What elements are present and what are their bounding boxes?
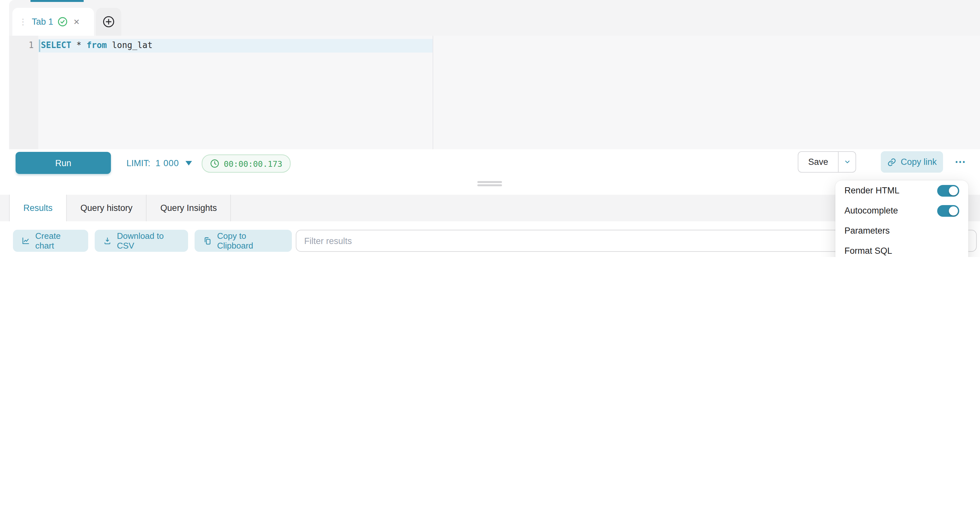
text-cursor <box>39 40 40 52</box>
copy-link-button[interactable]: Copy link <box>881 151 943 172</box>
tab-query-history[interactable]: Query history <box>67 195 147 221</box>
save-split-button: Save <box>798 151 856 172</box>
copy-clipboard-button[interactable]: Copy to Clipboard <box>194 230 292 252</box>
sql-text: * <box>72 40 87 50</box>
editor-gutter <box>9 36 38 149</box>
menu-item-autocomplete[interactable]: Autocomplete <box>835 201 968 221</box>
more-options-button[interactable]: ⋯ <box>951 151 970 172</box>
download-icon <box>103 236 111 245</box>
sql-code-line[interactable]: SELECT * from long_lat <box>41 40 153 50</box>
tab-results[interactable]: Results <box>9 195 67 221</box>
sql-keyword: SELECT <box>41 40 72 50</box>
drag-grip-icon: ⋮ <box>19 18 27 26</box>
editor-tab-bar <box>9 0 980 36</box>
menu-item-format-sql[interactable]: Format SQL <box>835 241 968 257</box>
tab-tab1[interactable]: ⋮ Tab 1 ✕ <box>12 8 94 36</box>
new-tab-button[interactable] <box>96 8 121 36</box>
download-csv-label: Download to CSV <box>117 231 180 251</box>
sql-text: long_lat <box>107 40 153 50</box>
toggle-knob <box>949 186 958 195</box>
run-button[interactable]: Run <box>16 152 111 174</box>
copy-link-label: Copy link <box>900 157 937 167</box>
menu-item-label: Render HTML <box>845 186 900 195</box>
line-number: 1 <box>9 40 34 50</box>
splitter-handle <box>477 181 502 183</box>
limit-value: 1 000 <box>156 158 179 168</box>
menu-item-label: Autocomplete <box>845 206 898 215</box>
save-options-button[interactable] <box>838 152 856 172</box>
more-options-menu: Render HTMLAutocompleteParametersFormat … <box>835 180 968 257</box>
link-icon <box>887 157 896 166</box>
copy-clipboard-label: Copy to Clipboard <box>217 231 284 251</box>
menu-item-render-html[interactable]: Render HTML <box>835 180 968 201</box>
toggle-on[interactable] <box>937 185 959 196</box>
download-csv-button[interactable]: Download to CSV <box>95 230 188 252</box>
menu-item-parameters[interactable]: Parameters <box>835 221 968 241</box>
results-tab-strip: ResultsQuery historyQuery Insights <box>0 195 980 221</box>
menu-item-label: Format SQL <box>845 246 892 256</box>
chevron-down-icon <box>843 158 851 166</box>
save-button[interactable]: Save <box>799 152 838 172</box>
run-bar: Run LIMIT: 1 000 00:00:00.173 Save Copy … <box>0 149 980 177</box>
plus-circle-icon <box>102 16 115 28</box>
app-window: ⋮ Tab 1 ✕ 1 SELECT * from long_lat Run L… <box>0 0 980 257</box>
print-margin-line <box>433 36 433 149</box>
caret-down-icon <box>186 161 192 165</box>
create-chart-label: Create chart <box>35 231 80 251</box>
toggle-knob <box>949 206 958 215</box>
menu-item-label: Parameters <box>845 226 890 236</box>
create-chart-button[interactable]: Create chart <box>13 230 88 252</box>
limit-label: LIMIT: <box>126 158 151 168</box>
check-circle-icon <box>58 17 67 27</box>
toggle-on[interactable] <box>937 205 959 216</box>
close-tab-icon[interactable]: ✕ <box>73 17 80 26</box>
limit-dropdown[interactable]: LIMIT: 1 000 <box>126 149 192 177</box>
tab-label: Tab 1 <box>32 17 53 27</box>
query-timer-badge: 00:00:00.173 <box>202 155 291 172</box>
splitter-handle <box>477 184 502 186</box>
pane-splitter[interactable] <box>0 177 980 195</box>
active-tab-accent-bar <box>30 0 84 2</box>
chart-icon <box>21 236 30 245</box>
tab-query-insights[interactable]: Query Insights <box>147 195 231 221</box>
sql-keyword: from <box>87 40 107 50</box>
clipboard-icon <box>203 236 212 245</box>
sql-editor[interactable]: 1 SELECT * from long_lat <box>9 36 980 149</box>
timer-value: 00:00:00.173 <box>224 159 282 168</box>
clock-icon <box>210 159 219 168</box>
results-toolbar: Create chart Download to CSV Copy to Cli… <box>0 221 980 257</box>
